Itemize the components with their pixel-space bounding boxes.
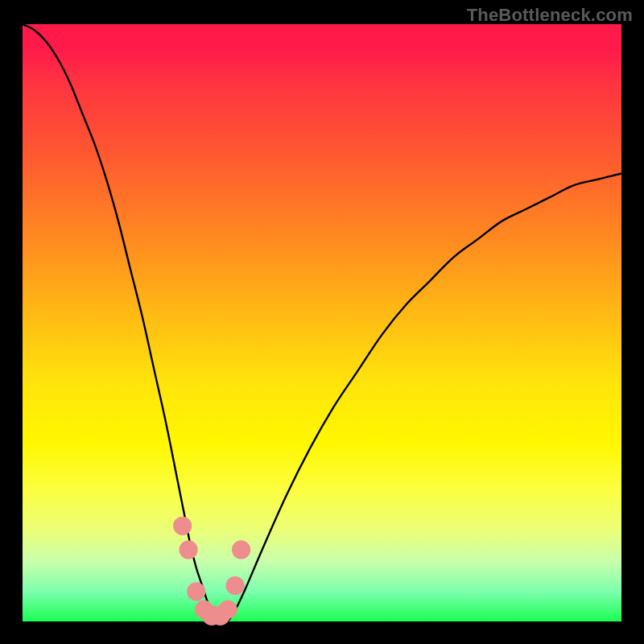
dot-bottom-5 [219, 601, 237, 619]
dot-left-upper [173, 517, 192, 535]
dot-bottom-1 [187, 582, 205, 601]
marker-group [173, 517, 250, 625]
plot-frame [23, 24, 621, 621]
dot-left-lower [179, 540, 197, 559]
bottleneck-curve [23, 24, 621, 622]
chart-stage: TheBottleneck.com [0, 0, 644, 644]
dot-right-upper [232, 540, 250, 559]
watermark-text: TheBottleneck.com [467, 5, 633, 26]
plot-svg [23, 24, 621, 621]
dot-right-lower [226, 576, 245, 595]
